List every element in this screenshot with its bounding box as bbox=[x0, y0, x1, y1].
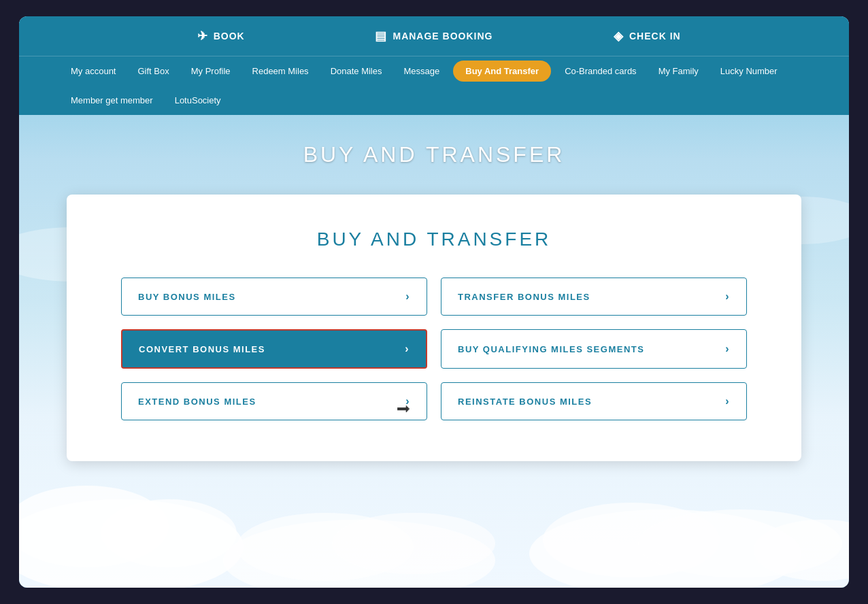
chevron-right-icon: › bbox=[405, 290, 410, 303]
sidebar-item-lucky-number[interactable]: Lucky Number bbox=[710, 56, 788, 86]
manage-booking-nav-label: MANAGE BOOKING bbox=[393, 31, 493, 41]
page-title: BUY AND TRANSFER bbox=[303, 142, 565, 167]
chevron-right-icon: › bbox=[725, 343, 730, 355]
buy-qualifying-miles-button[interactable]: BUY QUALIFYING MILES SEGMENTS › bbox=[441, 329, 747, 369]
chevron-right-icon: › bbox=[405, 395, 410, 407]
sidebar-item-my-family[interactable]: My Family bbox=[648, 56, 710, 86]
sidebar-item-my-account[interactable]: My account bbox=[60, 56, 127, 86]
card-title: BUY AND TRANSFER bbox=[121, 229, 747, 250]
sidebar-item-message[interactable]: Message bbox=[393, 56, 451, 86]
convert-bonus-miles-label: CONVERT BONUS MILES bbox=[139, 344, 265, 354]
manage-booking-nav-button[interactable]: ▤ MANAGE BOOKING bbox=[327, 16, 540, 56]
plane-icon: ✈ bbox=[197, 29, 208, 44]
sidebar-item-buy-and-transfer[interactable]: Buy And Transfer bbox=[453, 61, 551, 82]
reinstate-bonus-miles-label: REINSTATE BONUS MILES bbox=[458, 397, 592, 407]
reinstate-bonus-miles-button[interactable]: REINSTATE BONUS MILES › bbox=[441, 382, 747, 420]
sidebar-item-gift-box[interactable]: Gift Box bbox=[127, 56, 180, 86]
book-nav-label: BOOK bbox=[214, 31, 245, 41]
checkin-icon: ◈ bbox=[614, 29, 624, 44]
booking-icon: ▤ bbox=[375, 29, 387, 44]
buy-bonus-miles-label: BUY BONUS MILES bbox=[138, 292, 236, 302]
sidebar-item-member-get-member[interactable]: Member get member bbox=[60, 86, 164, 115]
chevron-right-icon: › bbox=[725, 395, 730, 407]
buy-qualifying-miles-label: BUY QUALIFYING MILES SEGMENTS bbox=[458, 344, 644, 354]
sidebar-item-co-branded-cards[interactable]: Co-Branded cards bbox=[554, 56, 648, 86]
sidebar-item-redeem-miles[interactable]: Redeem Miles bbox=[241, 56, 320, 86]
main-card: BUY AND TRANSFER BUY BONUS MILES › TRANS… bbox=[67, 195, 801, 461]
action-buttons-grid: BUY BONUS MILES › TRANSFER BONUS MILES ›… bbox=[121, 278, 747, 420]
secondary-navigation: My account Gift Box My Profile Redeem Mi… bbox=[19, 56, 849, 115]
sidebar-item-lotu-society[interactable]: LotuSociety bbox=[164, 86, 232, 115]
sidebar-item-my-profile[interactable]: My Profile bbox=[180, 56, 241, 86]
sidebar-item-donate-miles[interactable]: Donate Miles bbox=[320, 56, 393, 86]
buy-bonus-miles-button[interactable]: BUY BONUS MILES › bbox=[121, 278, 427, 316]
check-in-nav-label: CHECK IN bbox=[629, 31, 681, 41]
chevron-right-icon: › bbox=[405, 343, 410, 355]
convert-bonus-miles-button[interactable]: CONVERT BONUS MILES › bbox=[121, 329, 427, 369]
book-nav-button[interactable]: ✈ BOOK bbox=[114, 16, 327, 56]
transfer-bonus-miles-button[interactable]: TRANSFER BONUS MILES › bbox=[441, 278, 747, 316]
check-in-nav-button[interactable]: ◈ CHECK IN bbox=[541, 16, 754, 56]
top-navigation: ✈ BOOK ▤ MANAGE BOOKING ◈ CHECK IN bbox=[19, 16, 849, 56]
transfer-bonus-miles-label: TRANSFER BONUS MILES bbox=[458, 292, 590, 302]
extend-bonus-miles-label: EXTEND BONUS MILES bbox=[138, 397, 256, 407]
chevron-right-icon: › bbox=[725, 290, 730, 303]
extend-bonus-miles-button[interactable]: EXTEND BONUS MILES › bbox=[121, 382, 427, 420]
